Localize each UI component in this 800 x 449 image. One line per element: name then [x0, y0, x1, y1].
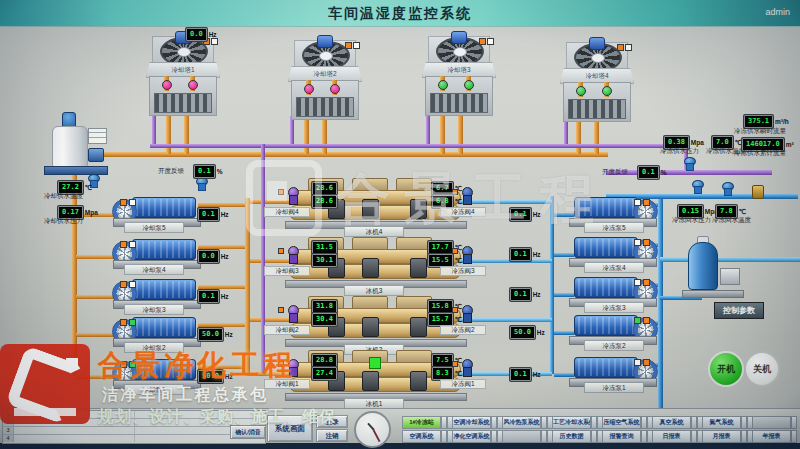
- cooling-tower-3[interactable]: 冷却塔3: [422, 36, 494, 114]
- pump-status-lights: [120, 319, 136, 326]
- control-params-button[interactable]: 控制参数: [714, 302, 764, 319]
- decor: [643, 199, 650, 206]
- decor: [568, 99, 626, 119]
- run-indicator: [369, 357, 381, 369]
- pipe-segment: [150, 144, 688, 148]
- pump-motor: [574, 197, 638, 218]
- chilled-valve-3[interactable]: [460, 246, 473, 263]
- chilled-supply-press-label: 冷冻供水压力: [660, 147, 699, 156]
- chilled-pump-3-frequency: 0.1Hz: [510, 288, 541, 301]
- nav-compressed-air-system[interactable]: 压缩空气系统: [602, 416, 641, 429]
- decor: [643, 359, 650, 366]
- cooling-tower-2[interactable]: 冷却塔2: [288, 40, 360, 118]
- pump-motor: [132, 279, 196, 300]
- nav-indicator[interactable]: [791, 416, 797, 429]
- cooling-tower-1[interactable]: 冷却塔1: [146, 36, 218, 114]
- nav-alarm-query[interactable]: 报警查询: [602, 430, 641, 443]
- decor: [617, 44, 624, 51]
- decor: [278, 307, 284, 313]
- nav-clean-ac-system[interactable]: 净化空调系统: [452, 430, 491, 443]
- nav-chiller-station[interactable]: 1#冷冻站: [402, 416, 441, 429]
- system-screen-button[interactable]: 系统画面: [267, 415, 313, 442]
- tank-vessel: [688, 242, 718, 290]
- decor: Hz: [221, 253, 229, 260]
- cooling-pump-5-frequency: 0.1Hz: [198, 208, 229, 221]
- decor: [643, 317, 650, 324]
- alarm-row[interactable]: 1: [3, 411, 265, 419]
- tower-status-lights: [617, 44, 632, 51]
- decor: 17.7: [428, 241, 453, 254]
- pump-motor: [132, 359, 196, 380]
- decor: Hz: [537, 329, 545, 336]
- alarm-row[interactable]: 3: [3, 427, 265, 435]
- cooling-pump-2-frequency: 50.0Hz: [198, 328, 233, 341]
- chilled-valve-1[interactable]: [460, 359, 473, 376]
- nav-yearly-report[interactable]: 年报表: [752, 430, 791, 443]
- decor: 27.4: [312, 367, 337, 380]
- decor: [591, 53, 605, 63]
- nav-indicator[interactable]: [791, 430, 797, 443]
- title-bar: 车间温湿度监控系统 admin: [0, 0, 800, 27]
- decor: [120, 241, 127, 248]
- chiller-panel: [410, 199, 427, 219]
- decor: [120, 319, 127, 326]
- login-button[interactable]: 登录: [316, 415, 348, 428]
- decor: [345, 42, 352, 49]
- valve-sensor-icon: [196, 177, 206, 190]
- decor: [634, 317, 641, 324]
- decor: [278, 248, 284, 254]
- tank-body: [52, 126, 88, 168]
- cooling-tower-4[interactable]: 冷却塔4: [560, 42, 632, 120]
- logged-in-user: admin: [765, 7, 790, 17]
- nav-ac-system[interactable]: 空调系统: [402, 430, 441, 443]
- chilled-pump-1-label: 冷冻泵1: [584, 382, 644, 393]
- alarm-row[interactable]: 2: [3, 419, 265, 427]
- stop-button[interactable]: 关机: [744, 351, 780, 387]
- fan-motor-icon: [317, 35, 333, 48]
- decor: [479, 38, 486, 45]
- decor: Hz: [221, 293, 229, 300]
- decor: [129, 319, 136, 326]
- nav-daily-report[interactable]: 日报表: [652, 430, 691, 443]
- tower-valve-icon: [332, 80, 337, 95]
- decor: 0.1: [194, 165, 215, 178]
- makeup-water-tank[interactable]: [44, 112, 108, 174]
- chilled-valve-2[interactable]: [460, 305, 473, 322]
- cooling-valve-4[interactable]: [286, 187, 299, 204]
- nav-process-cooling-system[interactable]: 工艺冷却水系统: [552, 416, 591, 429]
- decor: 0.1: [638, 166, 659, 179]
- expansion-tank[interactable]: [682, 234, 744, 298]
- nav-ac-cooling-system[interactable]: 空调冷却系统: [452, 416, 491, 429]
- alarm-row[interactable]: 4: [3, 435, 265, 442]
- chilled-valve-4-label: 冷冻阀4: [440, 207, 486, 217]
- nav-history-data[interactable]: 历史数据: [552, 430, 591, 443]
- chilled-valve-4[interactable]: [460, 187, 473, 204]
- decor: [634, 359, 641, 366]
- cooling-valve-2[interactable]: [286, 305, 299, 322]
- start-button[interactable]: 开机: [708, 351, 744, 387]
- alarm-ack-button[interactable]: 确认/消音: [230, 425, 266, 439]
- valve-feedback-left-label: 开度反馈: [158, 167, 184, 176]
- alarm-table[interactable]: 1 2 3 4: [2, 410, 266, 444]
- cooling-valve-3[interactable]: [286, 246, 299, 263]
- cooling-pump-5-label: 冷却泵5: [124, 222, 184, 233]
- nav-heat-pump-system[interactable]: 风冷热泵系统: [502, 416, 541, 429]
- nav-nitrogen-system[interactable]: 氮气系统: [702, 416, 741, 429]
- chiller-1-cw-in: 28.8: [312, 354, 337, 367]
- nav-disabled: [502, 430, 541, 443]
- chilled-valve-1-label: 冷冻阀1: [440, 379, 486, 389]
- chiller-1-cw-out: 27.4: [312, 367, 337, 380]
- decor: 0.1: [510, 248, 531, 261]
- chilled-flow-total-label: 冷冻供水累计流量: [734, 149, 786, 158]
- logout-button[interactable]: 注销: [316, 429, 348, 442]
- decor: [14, 419, 135, 426]
- decor: [643, 239, 650, 246]
- cooling-valve-4-label: 冷却阀4: [264, 207, 310, 217]
- pump-motor: [132, 317, 196, 338]
- nav-monthly-report[interactable]: 月报表: [702, 430, 741, 443]
- cooling-valve-1[interactable]: [286, 359, 299, 376]
- decor: %: [217, 168, 223, 175]
- cooling-pump-1-frequency: 50.0Hz: [198, 370, 233, 383]
- nav-vacuum-system[interactable]: 真空系统: [652, 416, 691, 429]
- pump-motor: [574, 277, 638, 298]
